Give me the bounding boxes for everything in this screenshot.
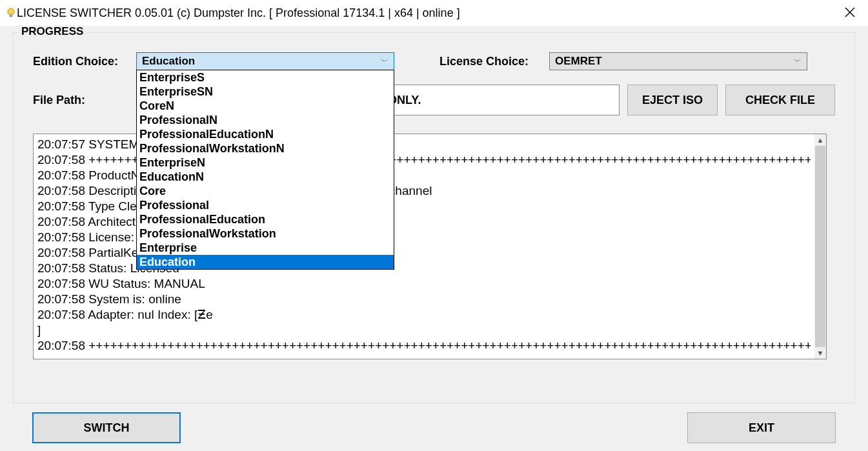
edition-dropdown: EnterpriseSEnterpriseSNCoreNProfessional… xyxy=(136,70,394,270)
log-line: 20:07:58 Adapter: nul Index: [Ƶe xyxy=(37,307,811,323)
edition-combo[interactable]: Education ﹀ EnterpriseSEnterpriseSNCoreN… xyxy=(136,52,394,70)
edition-option[interactable]: ProfessionalWorkstation xyxy=(137,226,394,241)
edition-option[interactable]: Professional xyxy=(137,198,394,212)
check-file-button[interactable]: CHECK FILE xyxy=(725,85,835,115)
edition-option[interactable]: Education xyxy=(137,255,394,269)
svg-rect-1 xyxy=(10,14,12,17)
license-label: License Choice: xyxy=(439,55,549,68)
app-icon xyxy=(5,7,17,19)
edition-option[interactable]: EnterpriseS xyxy=(137,70,394,85)
bottom-button-row: SWITCH EXIT xyxy=(32,412,836,443)
edition-label: Edition Choice: xyxy=(33,55,136,68)
license-selected: OEMRET xyxy=(555,55,794,68)
client-area: PROGRESS Edition Choice: Education ﹀ Ent… xyxy=(0,26,868,451)
close-icon xyxy=(845,7,855,17)
edition-option[interactable]: ProfessionalEducationN xyxy=(137,127,394,141)
edition-option[interactable]: EnterpriseSN xyxy=(137,85,394,99)
log-line: 20:07:58 System is: online xyxy=(37,292,811,307)
edition-option[interactable]: Core xyxy=(137,184,394,198)
edition-selected: Education xyxy=(142,55,381,68)
window-title: LICENSE SWITCHER 0.05.01 (c) Dumpster In… xyxy=(17,6,837,20)
log-line: 20:07:58 WU Status: MANUAL xyxy=(37,276,811,292)
edition-option[interactable]: ProfessionalWorkstationN xyxy=(137,141,394,155)
chevron-down-icon: ﹀ xyxy=(381,56,389,67)
group-title: PROGRESS xyxy=(19,25,86,38)
scroll-track[interactable] xyxy=(814,146,826,347)
edition-option[interactable]: EnterpriseN xyxy=(137,155,394,170)
close-button[interactable] xyxy=(837,5,863,21)
scroll-up-icon[interactable]: ▲ xyxy=(814,134,826,146)
svg-point-0 xyxy=(8,8,14,15)
edition-option[interactable]: EducationN xyxy=(137,170,394,184)
switch-button[interactable]: SWITCH xyxy=(32,412,181,443)
exit-button[interactable]: EXIT xyxy=(687,412,836,443)
scrollbar[interactable]: ▲ ▼ xyxy=(814,134,826,359)
filepath-label: File Path: xyxy=(33,94,104,107)
license-combo[interactable]: OEMRET ﹀ xyxy=(549,52,807,70)
titlebar: LICENSE SWITCHER 0.05.01 (c) Dumpster In… xyxy=(0,0,868,26)
edition-option[interactable]: CoreN xyxy=(137,99,394,113)
chevron-down-icon: ﹀ xyxy=(794,56,802,67)
log-line: 20:07:58 +++++++++++++++++++++++++++++++… xyxy=(37,338,811,354)
edition-row: Edition Choice: Education ﹀ EnterpriseSE… xyxy=(33,52,835,70)
eject-iso-button[interactable]: EJECT ISO xyxy=(627,85,718,115)
scroll-down-icon[interactable]: ▼ xyxy=(814,347,826,359)
progress-group: PROGRESS Edition Choice: Education ﹀ Ent… xyxy=(13,32,855,403)
edition-option[interactable]: Enterprise xyxy=(137,241,394,255)
edition-option[interactable]: ProfessionalEducation xyxy=(137,212,394,226)
scroll-thumb[interactable] xyxy=(815,146,825,347)
edition-option[interactable]: ProfessionalN xyxy=(137,113,394,127)
log-line: ] xyxy=(37,323,811,338)
